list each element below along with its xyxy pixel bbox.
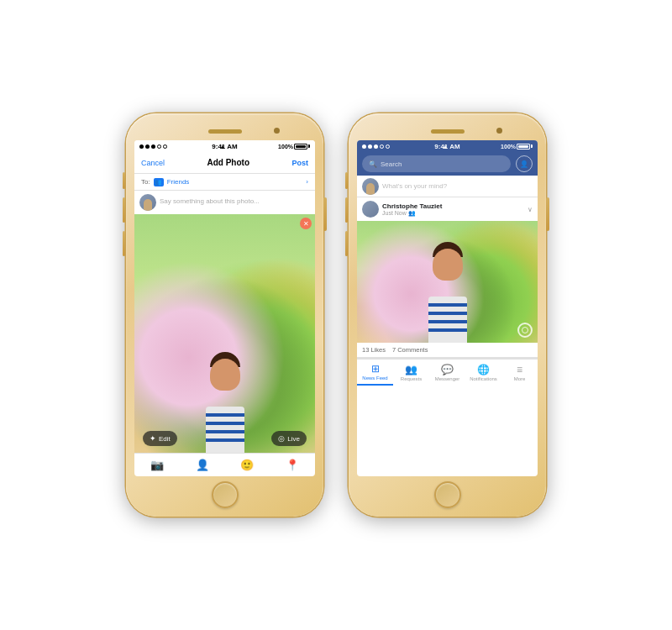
stripe1 [206,413,244,417]
whats-on-mind-row[interactable]: What's on your mind? [357,176,538,197]
search-icon: 🔍 [369,160,377,168]
avatar-person-right [366,183,375,195]
photo-overlay-buttons: ✦ Edit ◎ Live [134,431,315,446]
battery-label-right: 100% [501,144,516,150]
battery-label-left: 100% [278,144,293,150]
battery-fill-right [518,145,528,148]
post-preview: Christophe Tauziet Just Now 👥 ∨ [357,197,538,359]
battery-right: 100% [501,144,533,150]
child-photo-right [418,242,477,343]
more-icon: ≡ [517,364,522,375]
location-icon[interactable]: 📍 [286,459,299,471]
rdot1 [362,144,366,149]
photo-area-left: ✕ ✦ Edit ◎ Live [134,214,315,453]
phone-top-bar-right [357,122,538,140]
right-screen: ▲ 9:41 AM 100% 🔍 Search 👤 What's on [357,140,538,476]
dot2 [145,144,150,149]
front-camera-right [496,128,502,134]
requests-label: Requests [401,376,422,381]
status-bar-right: ▲ 9:41 AM 100% [357,140,538,152]
friend-requests-icon[interactable]: 👤 [516,155,533,172]
comments-count: 7 Comments [392,346,428,354]
post-audience-icon: 👥 [408,210,416,217]
live-circle-icon: ◎ [278,434,285,443]
face-right [433,249,463,281]
battery-fill-left [296,145,306,148]
caption-row: Say something about this photo... [134,191,315,214]
search-bar: 🔍 Search 👤 [357,152,538,176]
camera-icon[interactable]: 📷 [150,459,164,471]
rdot4 [380,144,384,149]
post-header: Christophe Tauziet Just Now 👥 ∨ [357,197,538,221]
nav-requests[interactable]: 👥 Requests [393,360,429,386]
time-left: 9:41 AM [212,143,237,150]
chevron-right-icon: › [306,178,308,186]
volume-up-button-right[interactable] [345,197,348,223]
power-button[interactable] [323,197,327,231]
nav-more[interactable]: ≡ More [501,360,538,386]
right-phone: ▲ 9:41 AM 100% 🔍 Search 👤 What's on [349,113,546,517]
whats-on-mind-text: What's on your mind? [382,182,447,190]
post-chevron-icon[interactable]: ∨ [528,206,533,213]
stripe-r4 [428,328,467,332]
battery-bar-left [294,144,307,150]
dot1 [139,144,144,149]
volume-up-button[interactable] [123,197,125,223]
cancel-button[interactable]: Cancel [141,159,165,167]
post-button[interactable]: Post [291,159,308,167]
post-time-text: Just Now [382,210,407,216]
messenger-icon: 💬 [441,364,454,375]
post-author-name: Christophe Tauziet [382,202,524,210]
rdot5 [386,144,390,149]
home-button-left[interactable] [212,481,239,508]
nav-newsfeed[interactable]: ⊞ News Feed [357,360,393,386]
bottom-toolbar-left: 📷 👤 🙂 📍 [134,453,315,476]
nav-notifications[interactable]: 🌐 Notifications [465,360,501,386]
edit-label: Edit [159,435,171,443]
newsfeed-label: News Feed [362,375,387,381]
volume-down-button[interactable] [123,231,125,256]
rdot2 [368,144,372,149]
caption-input[interactable]: Say something about this photo... [160,194,260,205]
mute-button[interactable] [123,172,125,189]
body-right [428,297,467,343]
screen-title: Add Photo [207,158,249,167]
battery-left: 100% [278,144,310,150]
mute-button-right[interactable] [345,172,348,189]
notifications-icon: 🌐 [477,364,490,375]
nav-messenger[interactable]: 💬 Messenger [429,360,465,386]
tag-people-icon[interactable]: 👤 [196,459,209,471]
face [210,359,240,391]
stripe-r3 [428,320,467,323]
emoji-icon[interactable]: 🙂 [240,459,254,471]
edit-button[interactable]: ✦ Edit [143,431,177,446]
home-button-right[interactable] [434,481,461,508]
close-photo-button[interactable]: ✕ [300,218,312,229]
live-label: Live [287,435,300,443]
phone-top-bar [134,122,315,140]
to-row[interactable]: To: 👥 Friends › [134,174,315,191]
front-camera [274,128,280,134]
dot5 [163,144,167,149]
fb-bottom-nav: ⊞ News Feed 👥 Requests 💬 Messenger 🌐 Not… [357,359,538,386]
stripe2 [206,422,244,425]
friends-icon: 👥 [154,178,164,186]
dot4 [157,144,161,149]
battery-tip-right [531,144,533,148]
dot3 [151,144,155,149]
rdot3 [374,144,378,149]
speaker-right [431,129,465,134]
avatar-person [144,199,152,211]
volume-down-button-right[interactable] [345,231,348,256]
signal-dots [139,144,167,149]
search-input[interactable]: 🔍 Search [362,155,511,172]
live-dot [522,327,528,333]
post-author-avatar [362,201,379,218]
to-label: To: [141,178,150,186]
live-indicator [517,323,533,338]
live-button[interactable]: ◎ Live [271,431,307,446]
post-meta: Christophe Tauziet Just Now 👥 [382,202,524,217]
stripe-r2 [428,312,467,315]
status-bar-left: ▲ 9:41 AM 100% [134,140,315,152]
power-button-right[interactable] [546,197,549,231]
